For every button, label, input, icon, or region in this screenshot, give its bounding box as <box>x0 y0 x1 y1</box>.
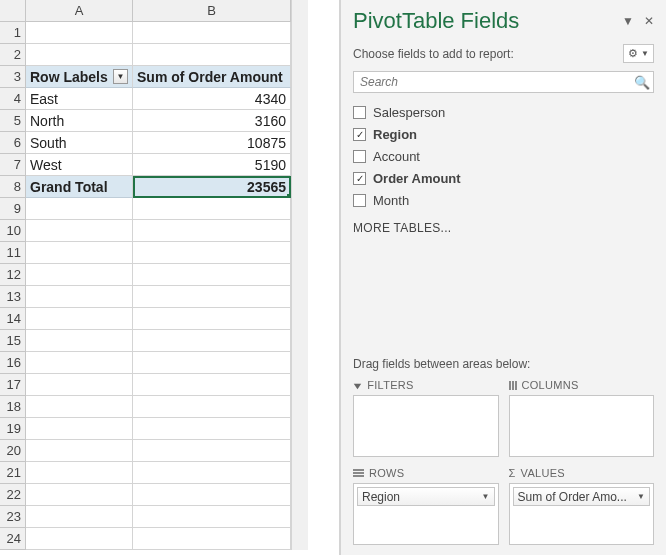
row-labels-filter-button[interactable]: ▼ <box>113 69 128 84</box>
empty-cell[interactable] <box>26 22 133 44</box>
pivot-row-value[interactable]: 4340 <box>133 88 291 110</box>
row-header[interactable]: 6 <box>0 132 26 154</box>
row-header[interactable]: 7 <box>0 154 26 176</box>
field-search[interactable]: 🔍 <box>353 71 654 93</box>
row-labels-header-cell[interactable]: Row Labels▼ <box>26 66 133 88</box>
empty-cell[interactable] <box>133 440 291 462</box>
empty-cell[interactable] <box>26 484 133 506</box>
row-header[interactable]: 20 <box>0 440 26 462</box>
empty-cell[interactable] <box>26 506 133 528</box>
empty-cell[interactable] <box>133 418 291 440</box>
pivot-row-value[interactable]: 10875 <box>133 132 291 154</box>
sum-header-cell[interactable]: Sum of Order Amount <box>133 66 291 88</box>
row-header[interactable]: 11 <box>0 242 26 264</box>
empty-cell[interactable] <box>133 462 291 484</box>
search-input[interactable] <box>354 73 631 91</box>
row-header[interactable]: 24 <box>0 528 26 550</box>
field-row[interactable]: Month <box>353 189 654 211</box>
close-icon[interactable]: ✕ <box>644 14 654 28</box>
empty-cell[interactable] <box>133 528 291 550</box>
values-dropzone[interactable]: Sum of Order Amo...▼ <box>509 483 655 545</box>
empty-cell[interactable] <box>133 374 291 396</box>
empty-cell[interactable] <box>26 528 133 550</box>
empty-cell[interactable] <box>133 484 291 506</box>
select-all-corner[interactable] <box>0 0 26 22</box>
row-header[interactable]: 21 <box>0 462 26 484</box>
columns-dropzone[interactable] <box>509 395 655 457</box>
empty-cell[interactable] <box>133 22 291 44</box>
field-checkbox[interactable] <box>353 150 366 163</box>
vertical-scrollbar[interactable] <box>291 0 308 550</box>
field-row[interactable]: Order Amount <box>353 167 654 189</box>
empty-cell[interactable] <box>26 220 133 242</box>
empty-cell[interactable] <box>133 396 291 418</box>
empty-cell[interactable] <box>26 286 133 308</box>
row-header[interactable]: 1 <box>0 22 26 44</box>
filters-dropzone[interactable] <box>353 395 499 457</box>
pivot-row-label[interactable]: North <box>26 110 133 132</box>
chevron-down-icon[interactable]: ▼ <box>637 492 645 501</box>
search-icon[interactable]: 🔍 <box>631 75 653 90</box>
pivot-row-label[interactable]: West <box>26 154 133 176</box>
empty-cell[interactable] <box>26 44 133 66</box>
row-header[interactable]: 10 <box>0 220 26 242</box>
panel-settings-button[interactable]: ⚙ ▼ <box>623 44 654 63</box>
rows-dropzone[interactable]: Region▼ <box>353 483 499 545</box>
empty-cell[interactable] <box>26 352 133 374</box>
row-header[interactable]: 23 <box>0 506 26 528</box>
row-header[interactable]: 9 <box>0 198 26 220</box>
grand-total-label-cell[interactable]: Grand Total <box>26 176 133 198</box>
field-row[interactable]: Region <box>353 123 654 145</box>
row-header[interactable]: 12 <box>0 264 26 286</box>
empty-cell[interactable] <box>133 264 291 286</box>
row-header[interactable]: 8 <box>0 176 26 198</box>
row-header[interactable]: 17 <box>0 374 26 396</box>
empty-cell[interactable] <box>133 220 291 242</box>
row-header[interactable]: 15 <box>0 330 26 352</box>
row-header[interactable]: 2 <box>0 44 26 66</box>
row-header[interactable]: 13 <box>0 286 26 308</box>
cell-grid[interactable]: AB123Row Labels▼Sum of Order Amount4East… <box>0 0 291 550</box>
field-checkbox[interactable] <box>353 128 366 141</box>
empty-cell[interactable] <box>26 374 133 396</box>
empty-cell[interactable] <box>26 440 133 462</box>
empty-cell[interactable] <box>133 242 291 264</box>
empty-cell[interactable] <box>133 286 291 308</box>
empty-cell[interactable] <box>26 396 133 418</box>
area-field-pill[interactable]: Sum of Order Amo...▼ <box>513 487 651 506</box>
more-tables-link[interactable]: MORE TABLES... <box>353 221 654 235</box>
area-field-pill[interactable]: Region▼ <box>357 487 495 506</box>
field-row[interactable]: Account <box>353 145 654 167</box>
empty-cell[interactable] <box>133 352 291 374</box>
field-checkbox[interactable] <box>353 172 366 185</box>
panel-dropdown-icon[interactable]: ▼ <box>622 14 634 28</box>
empty-cell[interactable] <box>133 308 291 330</box>
empty-cell[interactable] <box>133 44 291 66</box>
empty-cell[interactable] <box>26 418 133 440</box>
empty-cell[interactable] <box>133 198 291 220</box>
row-header[interactable]: 4 <box>0 88 26 110</box>
chevron-down-icon[interactable]: ▼ <box>482 492 490 501</box>
empty-cell[interactable] <box>26 264 133 286</box>
empty-cell[interactable] <box>26 308 133 330</box>
pivot-row-value[interactable]: 5190 <box>133 154 291 176</box>
field-checkbox[interactable] <box>353 194 366 207</box>
row-header[interactable]: 22 <box>0 484 26 506</box>
empty-cell[interactable] <box>26 330 133 352</box>
grand-total-value-cell[interactable]: 23565 <box>133 176 291 198</box>
row-header[interactable]: 18 <box>0 396 26 418</box>
empty-cell[interactable] <box>26 462 133 484</box>
row-header[interactable]: 16 <box>0 352 26 374</box>
row-header[interactable]: 3 <box>0 66 26 88</box>
field-row[interactable]: Salesperson <box>353 101 654 123</box>
row-header[interactable]: 5 <box>0 110 26 132</box>
column-header[interactable]: B <box>133 0 291 22</box>
field-checkbox[interactable] <box>353 106 366 119</box>
empty-cell[interactable] <box>133 330 291 352</box>
empty-cell[interactable] <box>133 506 291 528</box>
row-header[interactable]: 14 <box>0 308 26 330</box>
pivot-row-label[interactable]: South <box>26 132 133 154</box>
pivot-row-label[interactable]: East <box>26 88 133 110</box>
empty-cell[interactable] <box>26 198 133 220</box>
empty-cell[interactable] <box>26 242 133 264</box>
